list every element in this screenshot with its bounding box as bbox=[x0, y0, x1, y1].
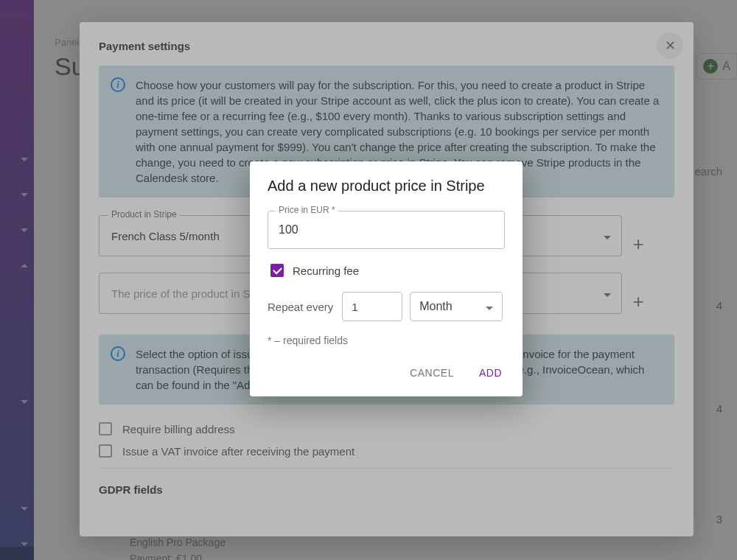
checkbox-checked-icon bbox=[270, 264, 284, 277]
checkbox-label: Recurring fee bbox=[293, 265, 359, 277]
price-input[interactable]: Price in EUR * bbox=[268, 211, 505, 249]
required-note: * – required fields bbox=[268, 335, 505, 346]
recurring-fee-checkbox[interactable]: Recurring fee bbox=[270, 264, 505, 277]
price-input-field[interactable] bbox=[279, 223, 494, 237]
repeat-unit-select[interactable]: Month bbox=[410, 292, 503, 321]
add-price-dialog: Add a new product price in Stripe Price … bbox=[250, 161, 523, 396]
cancel-button[interactable]: CANCEL bbox=[407, 360, 457, 386]
repeat-every-label: Repeat every bbox=[268, 301, 333, 313]
repeat-unit-value: Month bbox=[419, 300, 452, 313]
chevron-down-icon bbox=[486, 300, 493, 313]
repeat-quantity-field[interactable] bbox=[352, 301, 393, 313]
add-button[interactable]: ADD bbox=[476, 360, 505, 386]
field-label: Price in EUR * bbox=[276, 205, 338, 215]
repeat-quantity-input[interactable] bbox=[342, 292, 402, 321]
dialog-title: Add a new product price in Stripe bbox=[268, 178, 505, 195]
